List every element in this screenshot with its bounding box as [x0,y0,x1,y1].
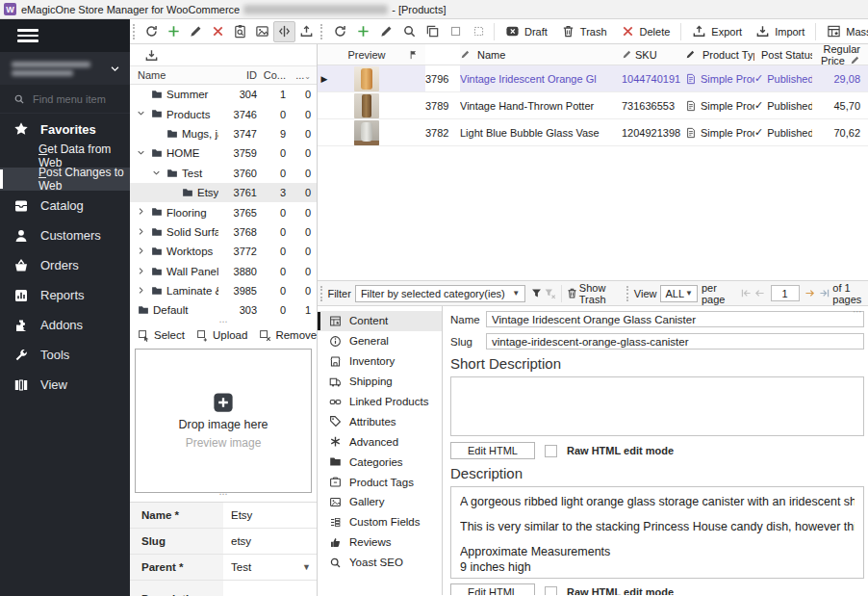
tree-row-solid-surface[interactable]: Solid Surface 376800 [130,222,317,242]
page-number-input[interactable] [771,285,800,301]
tree-column-count[interactable]: Co... [257,69,286,81]
category-slug-value[interactable]: etsy [223,529,317,554]
sidebar-item-customers[interactable]: Customers [0,220,130,250]
chevron-down-icon[interactable] [137,109,145,117]
sidebar-item-catalog[interactable]: Catalog [0,191,130,220]
refresh-products-button[interactable] [328,21,351,42]
tree-row-worktops[interactable]: Worktops 377200 [130,242,317,261]
edit-product-button[interactable] [374,21,397,42]
toolbar-grip[interactable] [133,24,137,39]
tree-column-name[interactable]: Name [138,69,218,81]
tab-advanced[interactable]: Advanced [318,431,442,452]
toolbar-grip[interactable] [320,286,323,301]
search-products-button[interactable] [397,21,421,42]
tree-row-etsy-selected[interactable]: Etsy 376130 [130,183,317,202]
find-category-button[interactable] [229,21,251,42]
category-description-value[interactable] [223,581,317,596]
grid-header[interactable]: Preview Name SKU Product Type Post Statu… [318,44,868,65]
select-image-button[interactable]: Select [138,329,185,342]
tab-reviews[interactable]: Reviews [318,532,442,553]
next-page-button[interactable] [804,284,817,303]
add-category-button[interactable] [163,21,185,42]
chevron-right-icon[interactable] [137,286,145,295]
clear-filter-icon[interactable] [543,284,556,303]
chevron-down-icon[interactable] [152,168,161,177]
tab-product-tags[interactable]: Product Tags [318,472,442,492]
product-row-3782[interactable]: 3782 Light Blue Bubble Glass Vase 120492… [318,119,868,146]
tree-row-test[interactable]: Test 376000 [130,164,317,183]
delete-category-button[interactable] [207,21,229,42]
product-name-input[interactable] [486,311,864,327]
marquee-select-button[interactable] [467,21,490,42]
import-button[interactable]: Import [749,21,811,42]
tab-custom-fields[interactable]: Custom Fields [318,512,442,532]
category-parent-select[interactable]: Test ▼ [223,555,317,580]
column-preview[interactable]: Preview [331,49,402,61]
tree-row-products[interactable]: Products 374600 [130,104,317,123]
column-sku[interactable]: SKU [622,49,685,61]
tab-linked-products[interactable]: Linked Products [318,392,442,412]
chevron-right-icon[interactable] [137,207,145,216]
duplicate-product-button[interactable] [421,21,444,42]
tree-row-wall-panelling[interactable]: Wall Panellin 388000 [130,262,317,281]
raw-html-checkbox[interactable] [545,586,557,596]
column-id[interactable] [425,44,460,65]
tab-content[interactable]: Content [318,311,442,331]
load-categories-button[interactable] [140,44,163,65]
first-page-button[interactable] [739,284,753,303]
toolbar-grip[interactable] [626,286,629,301]
view-per-page-select[interactable]: ALL ▼ [660,285,698,302]
product-row-3789[interactable]: 3789 Vintage Hand-Thrown Potter 73163655… [318,92,868,119]
tree-column-id[interactable]: ID [218,69,257,81]
menu-search-input[interactable] [33,93,119,105]
short-description-editor[interactable] [450,376,864,436]
column-product-type[interactable]: Product Type [685,49,754,61]
chevron-right-icon[interactable] [137,267,145,275]
last-page-button[interactable] [817,284,830,303]
edit-html-button[interactable]: Edit HTML [450,442,535,459]
sidebar-item-get-data-from-web[interactable]: Get Data from Web [0,144,130,168]
column-post-status[interactable]: Post Status [754,49,812,61]
tab-shipping[interactable]: Shipping [318,372,442,392]
refresh-categories-button[interactable] [140,21,163,42]
tab-categories[interactable]: Categories [318,452,442,472]
trash-icon[interactable] [566,284,579,303]
chevron-right-icon[interactable] [137,246,145,255]
edit-category-button[interactable] [185,21,207,42]
product-thumbnail-brown-pottery[interactable] [354,93,379,118]
product-slug-input[interactable] [486,333,864,350]
panel-resize-handle[interactable]: ⋯ [130,493,317,497]
sidebar-item-orders[interactable]: Orders [0,250,130,280]
tab-yoast-seo[interactable]: Yoast SEO [318,553,442,573]
tree-row-summer[interactable]: Summer 30410 [130,85,317,104]
draft-button[interactable]: Draft [498,21,554,42]
category-image-button[interactable] [251,21,273,42]
export-categories-button[interactable] [295,21,318,42]
product-thumbnail-orange-canister[interactable] [354,66,379,91]
delete-button[interactable]: Delete [614,21,677,42]
panel-resize-handle[interactable]: ⋯ [853,306,862,317]
prev-page-button[interactable] [753,284,766,303]
checkbox-select-button[interactable] [444,21,467,42]
tab-gallery[interactable]: Gallery [318,492,442,512]
upload-image-button[interactable]: Upload [196,329,247,342]
tree-header[interactable]: Name ID Co... ...⌄ [130,65,317,85]
filter-category-select[interactable]: Filter by selected category(ies) ▼ [355,285,525,302]
tab-attributes[interactable]: Attributes [318,411,442,431]
chevron-down-icon[interactable] [137,148,145,157]
product-thumbnail-glass-vase[interactable] [354,120,379,145]
remove-image-button[interactable]: Remove [259,329,317,342]
product-row-3796-selected[interactable]: ▶ 3796 Vintage Iridescent Orange Gl 1044… [318,65,868,92]
tab-general[interactable]: General [318,331,442,351]
category-name-value[interactable]: Etsy [223,503,317,528]
tree-column-sorted[interactable]: ...⌄ [286,69,317,81]
tree-row-mugs-jars[interactable]: Mugs, jars ar 374790 [130,124,317,143]
toolbar-grip[interactable] [320,24,324,39]
column-regular-price[interactable]: Regular Price [812,43,868,66]
add-product-button[interactable] [351,21,374,42]
sidebar-item-post-changes-to-web[interactable]: Post Changes to Web [0,168,130,191]
menu-toggle-button[interactable] [0,19,130,52]
tree-row-home[interactable]: HOME 375900 [130,143,317,163]
sidebar-item-view[interactable]: View [0,370,130,400]
column-name[interactable]: Name [460,49,622,61]
